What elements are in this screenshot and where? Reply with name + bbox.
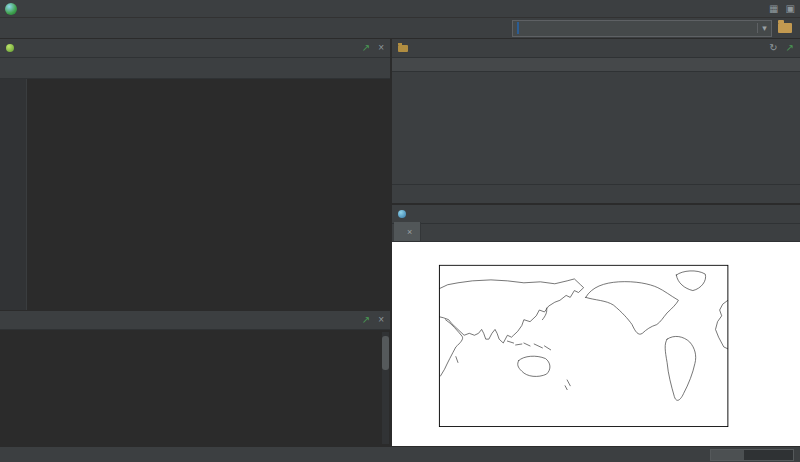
memory-fill: [711, 450, 744, 460]
file-table: [392, 58, 800, 184]
editor-icon: [6, 44, 14, 52]
editor-body[interactable]: [0, 79, 390, 310]
scrollbar-thumb[interactable]: [382, 336, 389, 370]
status-bar: [0, 446, 800, 462]
current-folder-value: [513, 22, 757, 34]
main-area: ↗ × ↗ ×: [0, 39, 800, 446]
console-panel: ↗ ×: [0, 310, 390, 446]
float-panel-icon[interactable]: ↗: [362, 43, 370, 53]
figures-panel: ×: [392, 205, 800, 446]
right-column: ↻ ↗ ×: [392, 39, 800, 446]
figure-plot: [392, 242, 800, 446]
console-actions: ↗ ×: [362, 315, 384, 325]
folder-icon: [398, 45, 408, 52]
float-panel-icon[interactable]: ↗: [786, 43, 794, 53]
app-logo-icon: [5, 3, 17, 15]
figure-tab[interactable]: ×: [394, 222, 421, 241]
figures-icon: [398, 210, 406, 218]
close-panel-icon[interactable]: ×: [378, 43, 384, 53]
close-panel-icon[interactable]: ×: [378, 315, 384, 325]
editor-actions: ↗ ×: [362, 43, 384, 53]
layout-icon[interactable]: ▦: [769, 4, 778, 14]
current-folder-combobox[interactable]: ▾: [512, 20, 772, 37]
console-header: ↗ ×: [0, 311, 390, 330]
browse-folder-button[interactable]: [778, 23, 792, 33]
figure-tabs: ×: [392, 224, 800, 242]
memory-indicator[interactable]: [710, 449, 794, 461]
figures-header: [392, 205, 800, 224]
file-explorer-actions: ↻ ↗: [769, 43, 794, 53]
menu-bar: ▦ ▣: [0, 0, 800, 18]
explorer-subtabs: [392, 184, 800, 203]
left-column: ↗ × ↗ ×: [0, 39, 392, 446]
float-panel-icon[interactable]: ↗: [362, 315, 370, 325]
chevron-down-icon[interactable]: ▾: [757, 23, 771, 33]
console-output[interactable]: [0, 330, 390, 446]
window-icon[interactable]: ▣: [786, 4, 795, 14]
editor-header: ↗ ×: [0, 39, 390, 58]
refresh-icon[interactable]: ↻: [769, 43, 777, 53]
console-scrollbar[interactable]: [382, 332, 389, 444]
code-lines[interactable]: [27, 79, 390, 310]
file-table-header: [392, 58, 800, 72]
editor-gutter: [0, 79, 27, 310]
editor-panel: ↗ ×: [0, 39, 390, 310]
file-explorer-panel: ↻ ↗: [392, 39, 800, 205]
file-explorer-header: ↻ ↗: [392, 39, 800, 58]
figure-canvas[interactable]: [392, 242, 800, 446]
close-tab-icon[interactable]: ×: [407, 227, 412, 237]
meteoinfolab-window: ▦ ▣ ▾ ↗ ×: [0, 0, 800, 462]
toolbar: ▾: [0, 18, 800, 39]
editor-tabs: [0, 58, 390, 79]
menubar-actions: ▦ ▣: [769, 4, 795, 14]
